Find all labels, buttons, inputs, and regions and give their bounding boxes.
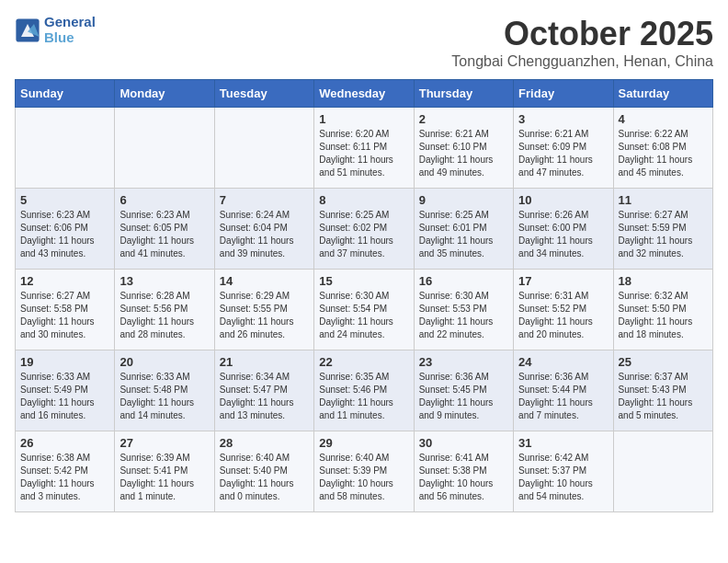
calendar-week-row: 1Sunrise: 6:20 AMSunset: 6:11 PMDaylight… xyxy=(16,108,713,189)
cell-info: Sunrise: 6:36 AM xyxy=(419,371,508,384)
cell-info: Sunset: 5:38 PM xyxy=(419,465,508,477)
cell-info: Sunrise: 6:21 AM xyxy=(419,128,508,141)
calendar-cell: 18Sunrise: 6:32 AMSunset: 5:50 PMDayligh… xyxy=(613,270,712,350)
cell-info: Daylight: 11 hours and 43 minutes. xyxy=(20,235,109,260)
cell-info: Sunset: 5:46 PM xyxy=(319,384,408,396)
cell-info: Sunset: 5:48 PM xyxy=(119,384,209,396)
cell-info: Sunset: 5:53 PM xyxy=(419,303,508,316)
cell-info: Sunrise: 6:27 AM xyxy=(619,209,708,222)
day-number: 19 xyxy=(20,355,109,369)
cell-info: Sunset: 6:08 PM xyxy=(619,141,708,154)
cell-info: Sunrise: 6:35 AM xyxy=(319,371,408,384)
cell-info: Sunrise: 6:33 AM xyxy=(20,371,109,384)
cell-info: Daylight: 11 hours and 26 minutes. xyxy=(220,316,309,341)
cell-info: Sunrise: 6:29 AM xyxy=(220,290,309,303)
day-number: 18 xyxy=(619,274,708,288)
cell-info: Daylight: 11 hours and 5 minutes. xyxy=(619,396,708,422)
cell-info: Daylight: 11 hours and 20 minutes. xyxy=(518,316,608,341)
page-header: General Blue October 2025 Tongbai Chengg… xyxy=(15,15,713,70)
day-number: 15 xyxy=(319,274,408,288)
header-saturday: Saturday xyxy=(613,80,712,108)
cell-info: Sunset: 5:42 PM xyxy=(20,465,109,477)
day-number: 6 xyxy=(119,193,209,207)
day-number: 11 xyxy=(619,193,708,207)
cell-info: Sunset: 5:54 PM xyxy=(319,303,408,316)
cell-info: Sunrise: 6:27 AM xyxy=(20,290,109,303)
cell-info: Daylight: 11 hours and 11 minutes. xyxy=(319,396,408,422)
cell-info: Sunset: 5:59 PM xyxy=(619,222,708,235)
cell-info: Sunset: 5:37 PM xyxy=(518,465,608,477)
calendar-cell: 4Sunrise: 6:22 AMSunset: 6:08 PMDaylight… xyxy=(613,108,712,189)
cell-info: Sunset: 5:39 PM xyxy=(319,465,408,477)
cell-info: Daylight: 11 hours and 3 minutes. xyxy=(20,477,109,503)
cell-info: Daylight: 11 hours and 0 minutes. xyxy=(220,477,309,503)
cell-info: Daylight: 11 hours and 35 minutes. xyxy=(419,235,508,260)
cell-info: Daylight: 10 hours and 58 minutes. xyxy=(319,477,408,503)
cell-info: Sunrise: 6:28 AM xyxy=(119,290,209,303)
day-number: 10 xyxy=(518,193,608,207)
cell-info: Sunrise: 6:33 AM xyxy=(119,371,209,384)
header-monday: Monday xyxy=(115,80,214,108)
cell-info: Sunrise: 6:42 AM xyxy=(518,452,608,465)
day-number: 4 xyxy=(619,112,708,126)
cell-info: Sunrise: 6:21 AM xyxy=(518,128,608,141)
day-number: 12 xyxy=(20,274,109,288)
day-number: 30 xyxy=(419,436,508,450)
day-number: 14 xyxy=(220,274,309,288)
calendar-week-row: 26Sunrise: 6:38 AMSunset: 5:42 PMDayligh… xyxy=(16,431,713,512)
calendar-cell: 17Sunrise: 6:31 AMSunset: 5:52 PMDayligh… xyxy=(514,270,613,350)
cell-info: Daylight: 11 hours and 14 minutes. xyxy=(119,396,209,422)
cell-info: Sunrise: 6:34 AM xyxy=(220,371,309,384)
logo-line2: Blue xyxy=(44,30,96,46)
cell-info: Sunset: 5:40 PM xyxy=(220,465,309,477)
cell-info: Daylight: 11 hours and 7 minutes. xyxy=(518,396,608,422)
title-block: October 2025 Tongbai Chengguanzhen, Hena… xyxy=(451,15,713,70)
day-number: 17 xyxy=(518,274,608,288)
header-friday: Friday xyxy=(514,80,613,108)
cell-info: Daylight: 11 hours and 1 minute. xyxy=(119,477,209,503)
calendar-cell: 3Sunrise: 6:21 AMSunset: 6:09 PMDaylight… xyxy=(514,108,613,189)
day-number: 9 xyxy=(419,193,508,207)
cell-info: Sunset: 6:01 PM xyxy=(419,222,508,235)
calendar-cell: 29Sunrise: 6:40 AMSunset: 5:39 PMDayligh… xyxy=(314,431,414,512)
cell-info: Sunrise: 6:41 AM xyxy=(419,452,508,465)
cell-info: Sunset: 6:09 PM xyxy=(518,141,608,154)
calendar-cell: 22Sunrise: 6:35 AMSunset: 5:46 PMDayligh… xyxy=(314,350,414,431)
calendar-cell: 13Sunrise: 6:28 AMSunset: 5:56 PMDayligh… xyxy=(115,270,214,350)
cell-info: Sunrise: 6:39 AM xyxy=(119,452,209,465)
day-number: 23 xyxy=(419,355,508,369)
calendar-cell: 28Sunrise: 6:40 AMSunset: 5:40 PMDayligh… xyxy=(214,431,313,512)
cell-info: Daylight: 11 hours and 45 minutes. xyxy=(619,154,708,179)
day-number: 13 xyxy=(119,274,209,288)
calendar-cell: 15Sunrise: 6:30 AMSunset: 5:54 PMDayligh… xyxy=(314,270,414,350)
cell-info: Sunset: 5:47 PM xyxy=(220,384,309,396)
calendar-cell: 27Sunrise: 6:39 AMSunset: 5:41 PMDayligh… xyxy=(115,431,214,512)
day-number: 24 xyxy=(518,355,608,369)
calendar-cell: 8Sunrise: 6:25 AMSunset: 6:02 PMDaylight… xyxy=(314,189,414,270)
calendar-week-row: 19Sunrise: 6:33 AMSunset: 5:49 PMDayligh… xyxy=(16,350,713,431)
header-thursday: Thursday xyxy=(414,80,513,108)
header-sunday: Sunday xyxy=(16,80,115,108)
cell-info: Daylight: 11 hours and 39 minutes. xyxy=(220,235,309,260)
calendar-cell xyxy=(613,431,712,512)
day-number: 3 xyxy=(518,112,608,126)
day-number: 31 xyxy=(518,436,608,450)
calendar-cell: 26Sunrise: 6:38 AMSunset: 5:42 PMDayligh… xyxy=(16,431,115,512)
location-title: Tongbai Chengguanzhen, Henan, China xyxy=(451,53,713,70)
cell-info: Sunrise: 6:25 AM xyxy=(319,209,408,222)
cell-info: Daylight: 11 hours and 13 minutes. xyxy=(220,396,309,422)
cell-info: Sunset: 5:49 PM xyxy=(20,384,109,396)
logo-line1: General xyxy=(44,15,96,30)
logo: General Blue xyxy=(15,15,96,45)
cell-info: Daylight: 11 hours and 28 minutes. xyxy=(119,316,209,341)
cell-info: Daylight: 11 hours and 22 minutes. xyxy=(419,316,508,341)
cell-info: Sunrise: 6:37 AM xyxy=(619,371,708,384)
cell-info: Sunset: 5:43 PM xyxy=(619,384,708,396)
calendar-cell: 14Sunrise: 6:29 AMSunset: 5:55 PMDayligh… xyxy=(214,270,313,350)
cell-info: Sunrise: 6:36 AM xyxy=(518,371,608,384)
cell-info: Daylight: 11 hours and 51 minutes. xyxy=(319,154,408,179)
cell-info: Daylight: 10 hours and 56 minutes. xyxy=(419,477,508,503)
cell-info: Sunset: 5:58 PM xyxy=(20,303,109,316)
cell-info: Sunrise: 6:24 AM xyxy=(220,209,309,222)
calendar-cell: 20Sunrise: 6:33 AMSunset: 5:48 PMDayligh… xyxy=(115,350,214,431)
